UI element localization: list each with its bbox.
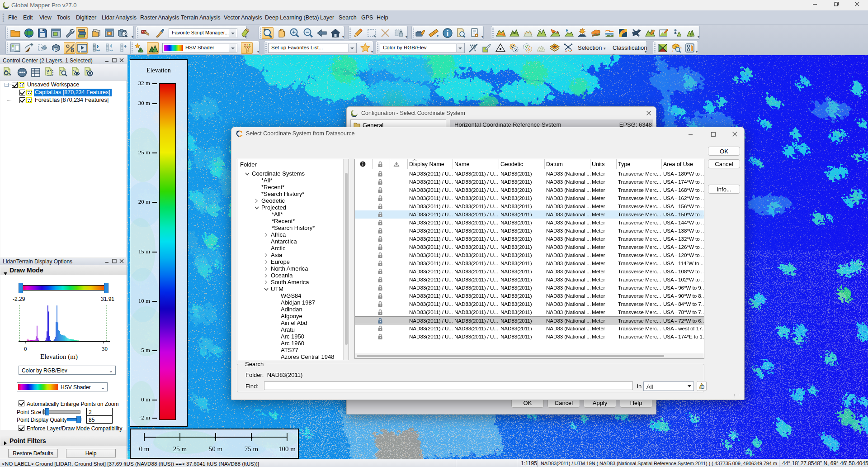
svg-text:3D: 3D (53, 48, 57, 51)
